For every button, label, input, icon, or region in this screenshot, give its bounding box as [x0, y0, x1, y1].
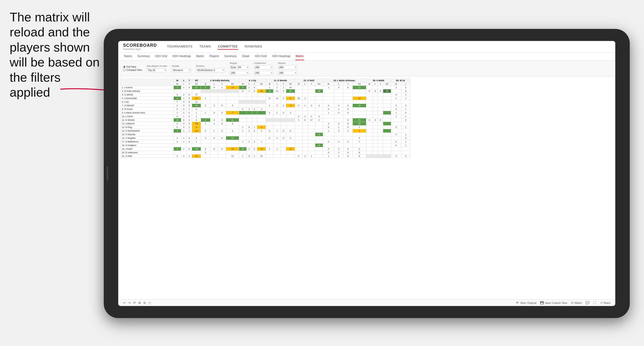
table-header-w: W: [174, 79, 181, 82]
cell: [352, 115, 366, 118]
cell: 3: [201, 86, 210, 89]
cell: [343, 97, 352, 100]
sub-nav-summary2[interactable]: Summary: [224, 52, 237, 60]
cell: 0: [378, 118, 383, 122]
fit-button[interactable]: ◻: [148, 301, 151, 305]
share-button[interactable]: ↗ Share: [600, 301, 610, 305]
nav-committee[interactable]: COMMITTEE: [218, 44, 238, 50]
cell: 3: [352, 136, 366, 140]
cell: [308, 111, 315, 115]
sub-nav-h2h-heatmap2[interactable]: H2H Heatmap: [272, 52, 291, 60]
cell: [378, 86, 383, 89]
compact-view-radio[interactable]: Compact View: [123, 69, 142, 71]
sub-nav-h2h-heatmap[interactable]: H2H Heatmap: [172, 52, 191, 60]
player-name: 6. A Dy: [121, 100, 174, 104]
cell: [334, 115, 343, 118]
cell: 3: [174, 140, 181, 144]
gender-select[interactable]: Women's Men's: [172, 68, 191, 72]
nav-links: TOURNAMENTS TEAMS COMMITTEE RANKINGS: [166, 44, 262, 50]
sub-d5: Dif: [352, 82, 366, 86]
zoom-out-button[interactable]: ⊖: [143, 301, 146, 305]
sub-nav-matrix[interactable]: Matrix: [196, 52, 204, 60]
cell: 4: [226, 122, 239, 126]
cell: 0: [281, 111, 286, 115]
cell: [201, 107, 210, 111]
cell: 1: [391, 111, 401, 115]
cell: 3: [401, 155, 410, 158]
cell: 0: [239, 89, 246, 93]
region-select2[interactable]: (All): [230, 71, 249, 75]
cell: 0: [266, 129, 274, 133]
cell: [366, 111, 373, 115]
undo-button[interactable]: ↩: [123, 301, 126, 305]
cell: [252, 133, 257, 136]
cell: [274, 118, 281, 122]
sub-nav-matrix2[interactable]: Matrix: [295, 52, 304, 60]
cell: [210, 93, 218, 97]
cell: 1: [334, 126, 343, 129]
conference-select2[interactable]: (All): [254, 71, 273, 75]
cell: [246, 97, 252, 100]
cell: [210, 151, 218, 155]
cell: [257, 115, 266, 118]
conference-select1[interactable]: (All): [254, 65, 273, 69]
matrix-content[interactable]: W L T Dif 2. M Kelly Mulcahy 6. A Dy 11.…: [118, 77, 615, 299]
cell: [315, 122, 323, 126]
zoom-in-button[interactable]: ⊕: [138, 301, 141, 305]
nav-tournaments[interactable]: TOURNAMENTS: [166, 44, 193, 50]
cell: [257, 133, 266, 136]
refresh-button[interactable]: ⟳: [133, 301, 136, 305]
cell: 1: [308, 155, 315, 158]
cell: 1: [266, 86, 274, 89]
cell: [378, 147, 383, 151]
sub-l5: L: [334, 82, 343, 86]
sub-nav-h2h-grid2[interactable]: H2H Grid: [254, 52, 267, 60]
cell: 1: [334, 155, 343, 158]
cell: [302, 129, 308, 133]
save-custom-button[interactable]: 💾 Save Custom View: [540, 301, 567, 305]
cell: [201, 144, 210, 147]
cell: [266, 155, 274, 158]
cell: 0: [366, 89, 373, 93]
max-players-select[interactable]: Top 25 Top 10 Top 50: [147, 68, 166, 72]
redo-button[interactable]: ↪: [128, 301, 131, 305]
player-name: 1. J Garcia: [121, 86, 174, 89]
cell: [308, 107, 315, 111]
comment-button[interactable]: 💬: [586, 301, 590, 305]
cell: [372, 86, 378, 89]
division-select[interactable]: NCAA Division II NCAA Division I NCAA Di…: [196, 68, 225, 72]
full-view-radio[interactable]: Full View: [123, 66, 142, 68]
cell: 0: [401, 111, 410, 115]
nav-rankings[interactable]: RANKINGS: [244, 44, 262, 50]
cell: 1: [401, 115, 410, 118]
table-row: 6. A Dy 7 0 0 11: [121, 100, 410, 104]
view-original-button[interactable]: 👁 View: Original: [516, 301, 536, 305]
division-filter: Division NCAA Division II NCAA Division …: [196, 65, 225, 72]
nav-teams[interactable]: TEAMS: [199, 44, 211, 50]
cell: 4: [366, 118, 373, 122]
cell: [281, 140, 286, 144]
cell: [372, 115, 378, 118]
cell: [391, 89, 401, 93]
sub-nav-teams[interactable]: Teams: [123, 52, 132, 60]
cell: [226, 100, 239, 104]
expand-button[interactable]: ⛶: [593, 301, 596, 305]
players-select2[interactable]: (All): [278, 71, 297, 75]
cell: [308, 151, 315, 155]
players-select1[interactable]: (All): [278, 65, 297, 69]
cell: 20: [352, 118, 366, 122]
cell: [308, 144, 315, 147]
sub-nav-detail[interactable]: Detail: [242, 52, 250, 60]
cell: 0: [174, 115, 181, 118]
sub-nav-h2h-grid[interactable]: H2H Grid: [155, 52, 168, 60]
cell: 1: [391, 115, 401, 118]
sub-nav-summary[interactable]: Summary: [137, 52, 150, 60]
cell: [226, 107, 239, 111]
cell: [323, 100, 334, 104]
cell: [246, 100, 252, 104]
watch-button[interactable]: ⊙ Watch: [571, 301, 582, 305]
sub-nav-players[interactable]: Players: [209, 52, 219, 60]
cell: -20: [226, 147, 239, 151]
cell: [252, 122, 257, 126]
region-select1[interactable]: East - DII (All): [230, 65, 249, 69]
